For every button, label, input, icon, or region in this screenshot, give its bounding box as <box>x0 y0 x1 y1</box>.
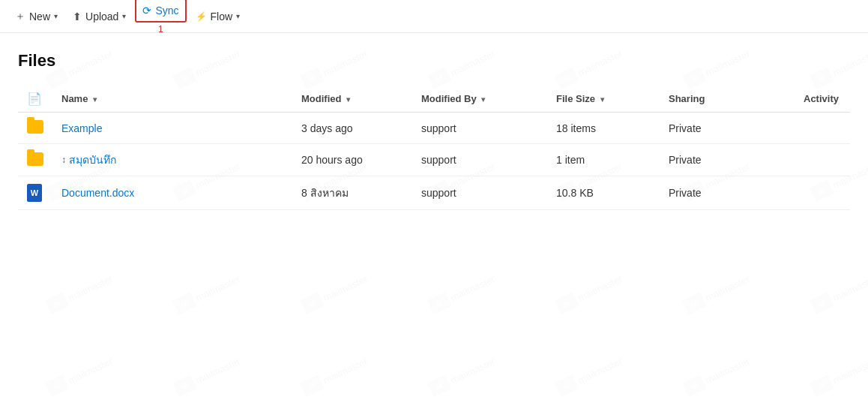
row-modified-by: support <box>412 113 547 144</box>
file-name[interactable]: สมุดบันทึก <box>69 152 116 168</box>
row-modified: 3 days ago <box>292 113 412 144</box>
flow-icon: ⚡ <box>196 11 207 22</box>
watermark-item: Mmailmaster <box>172 271 242 314</box>
sync-icon: ⟳ <box>142 5 151 17</box>
row-icon-cell: W <box>18 176 52 210</box>
row-modified-by: support <box>412 144 547 176</box>
new-label: New <box>29 11 50 23</box>
folder-icon <box>27 120 43 134</box>
row-sharing: Private <box>660 176 795 210</box>
row-sharing: Private <box>660 144 795 176</box>
th-modified-label: Modified <box>301 93 341 104</box>
row-file-size: 10.8 KB <box>547 176 660 210</box>
watermark-item: Mmailmaster <box>682 353 752 397</box>
row-file-size: 1 item <box>547 144 660 176</box>
file-name[interactable]: Example <box>61 122 102 134</box>
flow-label: Flow <box>211 11 233 23</box>
new-caret-icon: ▾ <box>54 12 58 20</box>
table-header: 📄 Name ▾ Modified ▾ Modified By ▾ File S… <box>18 86 850 113</box>
upload-label: Upload <box>85 11 118 23</box>
watermark-item: Mmailmaster <box>555 271 624 314</box>
word-icon: W <box>27 184 42 202</box>
modified-sort-icon: ▾ <box>346 95 350 104</box>
modifiedby-sort-icon: ▾ <box>481 95 485 104</box>
th-sharing-label: Sharing <box>669 93 705 104</box>
toolbar: ＋ New ▾ ⬆ Upload ▾ ⟳ Sync 1 ⚡ Flow ▾ <box>0 0 868 33</box>
watermark-item: Mmailmaster <box>682 271 752 314</box>
name-sort-icon: ▾ <box>93 95 97 104</box>
row-activity <box>795 144 850 176</box>
row-name-cell: Example <box>52 113 292 144</box>
watermark-item: Mmailmaster <box>300 353 370 397</box>
plus-icon: ＋ <box>15 10 25 23</box>
sync-button[interactable]: ⟳ Sync <box>135 0 186 23</box>
upload-icon: ⬆ <box>73 11 82 23</box>
row-modified-by: support <box>412 176 547 210</box>
main-content: Files 📄 Name ▾ Modified ▾ Modified By ▾ <box>0 33 868 210</box>
upload-caret-icon: ▾ <box>122 12 126 20</box>
th-activity: Activity <box>795 86 850 113</box>
watermark-item: Mmailmaster <box>45 271 115 314</box>
new-button[interactable]: ＋ New ▾ <box>9 5 64 29</box>
th-activity-label: Activity <box>804 93 839 104</box>
page-title: Files <box>18 51 850 71</box>
row-modified: 8 สิงหาคม <box>292 176 412 210</box>
row-modified: 20 hours ago <box>292 144 412 176</box>
row-file-size: 18 items <box>547 113 660 144</box>
table-row: W Document.docx 8 สิงหาคม support 10.8 K… <box>18 176 850 210</box>
table-body: Example 3 days ago support 18 items Priv… <box>18 113 850 210</box>
watermark-item: Mmailmaster <box>555 353 624 397</box>
watermark-item: Mmailmaster <box>810 353 868 397</box>
th-modified[interactable]: Modified ▾ <box>292 86 412 113</box>
row-icon-cell <box>18 144 52 176</box>
watermark-item: Mmailmaster <box>45 353 115 397</box>
row-icon-cell <box>18 113 52 144</box>
sync-wrapper: ⟳ Sync 1 <box>135 0 186 35</box>
file-name[interactable]: Document.docx <box>61 187 134 199</box>
th-name[interactable]: Name ▾ <box>52 86 292 113</box>
filesize-sort-icon: ▾ <box>600 95 604 104</box>
th-name-label: Name <box>61 93 88 104</box>
th-sharing: Sharing <box>660 86 795 113</box>
sync-badge: ↕ <box>61 155 66 165</box>
file-table: 📄 Name ▾ Modified ▾ Modified By ▾ File S… <box>18 86 850 210</box>
row-name-cell: Document.docx <box>52 176 292 210</box>
sync-indicator: 1 <box>158 24 163 35</box>
th-modified-by-label: Modified By <box>421 93 477 104</box>
watermark-item: Mmailmaster <box>427 271 497 314</box>
th-modified-by[interactable]: Modified By ▾ <box>412 86 547 113</box>
row-activity <box>795 176 850 210</box>
row-sharing: Private <box>660 113 795 144</box>
flow-caret-icon: ▾ <box>236 12 240 20</box>
watermark-item: Mmailmaster <box>810 271 868 314</box>
table-row: ↕ สมุดบันทึก 20 hours ago support 1 item… <box>18 144 850 176</box>
sync-label: Sync <box>155 5 178 17</box>
file-type-icon: 📄 <box>27 92 42 105</box>
th-file-size[interactable]: File Size ▾ <box>547 86 660 113</box>
watermark-item: Mmailmaster <box>427 353 497 397</box>
th-file-size-label: File Size <box>556 93 595 104</box>
watermark-item: Mmailmaster <box>300 271 370 314</box>
flow-button[interactable]: ⚡ Flow ▾ <box>190 5 247 29</box>
th-icon: 📄 <box>18 86 52 113</box>
table-row: Example 3 days ago support 18 items Priv… <box>18 113 850 144</box>
row-activity <box>795 113 850 144</box>
watermark-item: Mmailmaster <box>172 353 242 397</box>
folder-icon <box>27 152 43 166</box>
upload-button[interactable]: ⬆ Upload ▾ <box>67 5 132 29</box>
row-name-cell: ↕ สมุดบันทึก <box>52 144 292 176</box>
